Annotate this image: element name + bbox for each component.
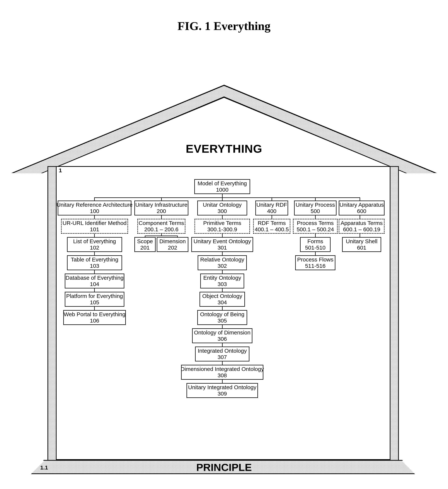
node-number: 300: [218, 208, 227, 214]
node-col3-item: Ontology of Dimension 306: [192, 328, 252, 343]
node-number: 501-510: [305, 244, 326, 251]
connector: [94, 234, 95, 237]
connector: [360, 215, 360, 219]
node-col2-scope: Scope 201: [134, 237, 156, 252]
diagram: Model of Everything 1000 Unitary Referen…: [0, 0, 448, 489]
node-col5-item: Process Flows 511-516: [295, 255, 336, 270]
node-number: 1000: [216, 187, 229, 193]
node-col5-item: Forms 501-510: [300, 237, 331, 252]
node-number: 304: [218, 299, 227, 306]
node-col3-terms: Primitive Terms 300.1-300.9: [194, 219, 250, 234]
node-number: 103: [90, 263, 99, 269]
node-number: 600: [357, 208, 366, 214]
node-label: Integrated Ontology: [198, 348, 247, 354]
node-col2-head: Unitary Infrastructure 200: [134, 201, 188, 215]
node-col6-item: Unitary Shell 601: [342, 237, 381, 252]
node-col2-terms: Component Terms 200.1 – 200.6: [137, 219, 185, 234]
connector: [315, 234, 316, 237]
node-col3-head: Unitar Ontology 300: [197, 201, 247, 215]
node-label: Dimension: [159, 238, 186, 245]
node-number: 106: [90, 318, 99, 324]
node-label: Object Ontology: [202, 293, 242, 299]
node-number: 305: [218, 318, 227, 324]
connector: [222, 343, 223, 347]
node-number: 400: [267, 208, 276, 214]
node-label: Process Terms: [297, 220, 334, 227]
connector: [360, 197, 360, 201]
node-col1-item: Platform for Everything 105: [65, 292, 124, 307]
connector: [272, 197, 272, 201]
node-col5-head: Unitary Process 500: [294, 201, 336, 215]
node-number: 100: [90, 208, 99, 214]
connector: [145, 236, 145, 237]
connector: [315, 215, 316, 219]
node-label: Table of Everything: [71, 256, 118, 263]
node-number: 101: [90, 226, 99, 233]
node-label: Primitive Terms: [203, 220, 241, 227]
connector: [315, 197, 316, 201]
connector: [222, 288, 223, 292]
node-col3-item: Dimensioned Integrated Ontology 308: [181, 365, 263, 380]
node-col1-item: Table of Everything 103: [67, 255, 122, 270]
node-number: 500: [311, 208, 320, 214]
connector: [145, 236, 177, 236]
node-label: Model of Everything: [198, 180, 247, 187]
node-label: RDF Terms: [258, 220, 286, 227]
node-label: Unitary Process: [296, 202, 335, 208]
connector: [222, 307, 223, 310]
node-label: Unitary Event Ontology: [193, 238, 251, 245]
node-label: Component Terms: [139, 220, 184, 227]
node-col3-item: Relative Ontology 302: [198, 255, 247, 270]
node-label: Platform for Everything: [66, 293, 123, 299]
connector: [94, 252, 95, 255]
node-label: Unitary RDF: [256, 202, 287, 208]
node-col1-item: Database of Everything 104: [65, 274, 124, 288]
connector: [360, 234, 360, 237]
node-label: Dimensioned Integrated Ontology: [181, 366, 264, 372]
node-number: 105: [90, 299, 99, 306]
node-col1-item: List of Everything 102: [67, 237, 122, 252]
node-number: 511-516: [305, 263, 326, 269]
node-number: 601: [357, 244, 366, 251]
node-label: Database of Everything: [65, 275, 124, 281]
node-label: Unitary Infrastructure: [135, 202, 187, 208]
node-number: 200.1 – 200.6: [144, 226, 178, 233]
node-col3-item: Integrated Ontology 307: [195, 347, 249, 361]
node-number: 300.1-300.9: [207, 226, 237, 233]
connector: [161, 197, 162, 201]
node-number: 303: [218, 281, 227, 287]
connector: [222, 325, 223, 328]
connector: [315, 252, 316, 255]
node-number: 302: [218, 263, 227, 269]
node-label: Ontology of Being: [200, 311, 245, 318]
node-col1-head: Unitary Reference Architecture 100: [58, 201, 131, 215]
connector: [161, 215, 162, 219]
connector: [94, 215, 95, 219]
node-number: 306: [218, 336, 227, 342]
node-label: List of Everything: [73, 238, 116, 245]
node-col6-terms: Apparatus Terms 600.1 – 600.19: [339, 219, 384, 234]
node-col3-item: Ontology of Being 305: [197, 310, 247, 325]
node-label: Web Portal to Everything: [64, 311, 125, 318]
node-label: Unitary Apparatus: [339, 202, 384, 208]
node-number: 104: [90, 281, 99, 287]
node-number: 201: [140, 244, 150, 251]
node-col2-dimension: Dimension 202: [157, 237, 188, 252]
node-root: Model of Everything 1000: [194, 179, 250, 194]
connector: [222, 197, 223, 201]
node-number: 308: [218, 372, 227, 379]
connector: [94, 270, 95, 274]
connector: [222, 215, 223, 219]
node-label: Ontology of Dimension: [194, 329, 250, 336]
connector: [272, 215, 272, 219]
node-label: Unitar Ontology: [203, 202, 242, 208]
node-label: Forms: [307, 238, 323, 245]
node-number: 400.1 – 400.5: [255, 226, 289, 233]
node-col3-item: Entity Ontology 303: [200, 274, 244, 288]
node-number: 307: [218, 354, 227, 360]
node-col3-item: Object Ontology 304: [200, 292, 245, 307]
connector: [222, 270, 223, 274]
node-col1-terms: UR-URL Identifier Method 101: [61, 219, 128, 234]
node-number: 200: [157, 208, 166, 214]
node-col3-item: Unitary Integrated Ontology 309: [186, 383, 258, 398]
